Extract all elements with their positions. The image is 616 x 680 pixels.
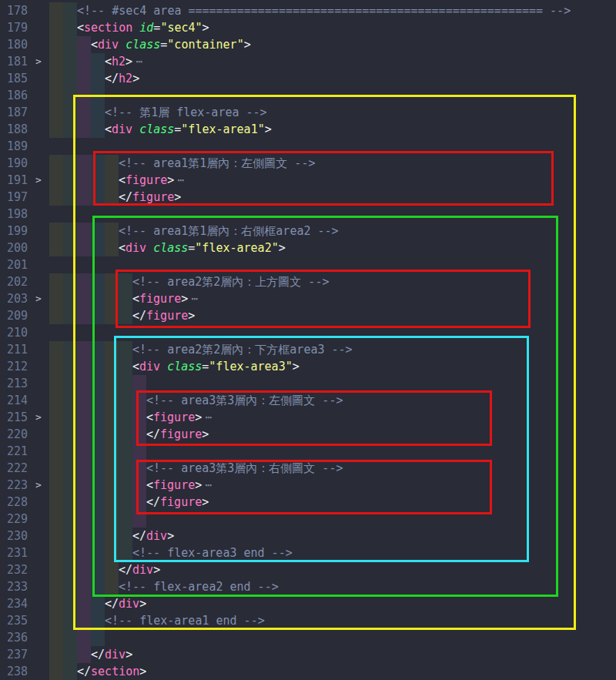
code-line[interactable]: 188<div class="flex-area1"> bbox=[0, 121, 616, 138]
code-content[interactable]: <div class="flex-area2"> bbox=[49, 240, 616, 256]
code-content[interactable]: </div> bbox=[49, 595, 616, 612]
code-content[interactable]: <h2>⋯ bbox=[49, 53, 616, 70]
code-token: > bbox=[202, 495, 209, 509]
code-content[interactable]: <!-- 第1層 flex-area --> bbox=[49, 104, 616, 121]
code-line[interactable]: 203><figure>⋯ bbox=[0, 290, 616, 307]
code-line[interactable]: 197</figure> bbox=[0, 189, 616, 206]
fold-toggle-icon[interactable]: > bbox=[28, 53, 49, 70]
code-content[interactable]: </figure> bbox=[49, 189, 616, 206]
code-content[interactable]: </figure> bbox=[49, 494, 616, 511]
code-content[interactable] bbox=[49, 324, 616, 341]
code-content[interactable] bbox=[49, 511, 616, 528]
folded-code-ellipsis[interactable]: ⋯ bbox=[205, 410, 213, 424]
code-line[interactable]: 191><figure>⋯ bbox=[0, 172, 616, 189]
code-line[interactable]: 223><figure>⋯ bbox=[0, 477, 616, 494]
code-content[interactable] bbox=[49, 206, 616, 223]
code-line[interactable]: 231<!-- flex-area3 end --> bbox=[0, 544, 616, 561]
code-content[interactable]: <section id="sec4"> bbox=[49, 19, 616, 36]
code-content[interactable]: <figure>⋯ bbox=[49, 172, 616, 189]
indent-guide bbox=[119, 443, 132, 460]
folded-code-ellipsis[interactable]: ⋯ bbox=[177, 173, 185, 187]
code-content[interactable]: <!-- flex-area3 end --> bbox=[49, 544, 616, 561]
code-content[interactable]: <!-- flex-area1 end --> bbox=[49, 612, 616, 629]
code-line[interactable]: 198 bbox=[0, 206, 616, 223]
code-line[interactable]: 234</div> bbox=[0, 595, 616, 612]
code-content[interactable] bbox=[49, 443, 616, 460]
code-line[interactable]: 212<div class="flex-area3"> bbox=[0, 358, 616, 375]
code-line[interactable]: 232</div> bbox=[0, 561, 616, 578]
code-content[interactable]: <!-- area3第3層內：右側圖文 --> bbox=[49, 460, 616, 477]
code-line[interactable]: 228</figure> bbox=[0, 494, 616, 511]
code-line[interactable]: 238</section> bbox=[0, 663, 616, 680]
indent-guide bbox=[105, 392, 119, 409]
code-line[interactable]: 187<!-- 第1層 flex-area --> bbox=[0, 104, 616, 121]
code-line[interactable]: 211<!-- area2第2層內：下方框area3 --> bbox=[0, 341, 616, 358]
code-line[interactable]: 235<!-- flex-area1 end --> bbox=[0, 612, 616, 629]
code-token: div bbox=[126, 241, 146, 255]
code-content[interactable] bbox=[49, 87, 616, 104]
code-content[interactable]: <figure>⋯ bbox=[49, 477, 616, 494]
code-line[interactable]: 185</h2> bbox=[0, 70, 616, 87]
code-line[interactable]: 233<!-- flex-area2 end --> bbox=[0, 578, 616, 595]
code-content[interactable]: </h2> bbox=[49, 70, 616, 87]
folded-code-ellipsis[interactable]: ⋯ bbox=[205, 478, 213, 492]
code-line[interactable]: 220</figure> bbox=[0, 426, 616, 443]
code-content[interactable] bbox=[49, 629, 616, 646]
code-line[interactable]: 199<!-- area1第1層內：右側框area2 --> bbox=[0, 223, 616, 240]
code-content[interactable]: <!-- area1第1層內：右側框area2 --> bbox=[49, 223, 616, 240]
code-content[interactable]: </figure> bbox=[49, 307, 616, 324]
code-line[interactable]: 237</div> bbox=[0, 646, 616, 663]
code-line[interactable]: 213 bbox=[0, 375, 616, 392]
code-token bbox=[132, 21, 139, 35]
code-content[interactable]: <!-- area2第2層內：下方框area3 --> bbox=[49, 341, 616, 358]
code-line[interactable]: 201 bbox=[0, 256, 616, 273]
code-content[interactable]: <!-- flex-area2 end --> bbox=[49, 578, 616, 595]
fold-toggle-icon[interactable]: > bbox=[28, 409, 49, 426]
code-line[interactable]: 180<div class="container"> bbox=[0, 36, 616, 53]
code-line[interactable]: 200<div class="flex-area2"> bbox=[0, 240, 616, 256]
code-line[interactable]: 210 bbox=[0, 324, 616, 341]
code-content[interactable]: <!-- area1第1層內：左側圖文 --> bbox=[49, 155, 616, 172]
code-line[interactable]: 214<!-- area3第3層內：左側圖文 --> bbox=[0, 392, 616, 409]
code-content[interactable]: </div> bbox=[49, 528, 616, 544]
code-line[interactable]: 189 bbox=[0, 138, 616, 155]
code-content[interactable]: <!-- #sec4 area ========================… bbox=[49, 2, 616, 19]
code-content[interactable]: <figure>⋯ bbox=[49, 290, 616, 307]
fold-toggle-icon[interactable]: > bbox=[28, 290, 49, 307]
code-content[interactable]: </section> bbox=[49, 663, 616, 680]
code-content[interactable]: </div> bbox=[49, 561, 616, 578]
code-line[interactable]: 178<!-- #sec4 area =====================… bbox=[0, 2, 616, 19]
code-line[interactable]: 190<!-- area1第1層內：左側圖文 --> bbox=[0, 155, 616, 172]
code-line[interactable]: 209</figure> bbox=[0, 307, 616, 324]
code-content[interactable]: </div> bbox=[49, 646, 616, 663]
code-line[interactable]: 236 bbox=[0, 629, 616, 646]
fold-toggle-icon[interactable]: > bbox=[28, 172, 49, 189]
fold-gutter-spacer bbox=[28, 629, 49, 646]
code-content[interactable] bbox=[49, 375, 616, 392]
code-line[interactable]: 222<!-- area3第3層內：右側圖文 --> bbox=[0, 460, 616, 477]
code-line[interactable]: 229 bbox=[0, 511, 616, 528]
code-content[interactable]: <div class="container"> bbox=[49, 36, 616, 53]
code-content[interactable]: </figure> bbox=[49, 426, 616, 443]
code-content[interactable]: <figure>⋯ bbox=[49, 409, 616, 426]
fold-toggle-icon[interactable]: > bbox=[28, 477, 49, 494]
code-line[interactable]: 230</div> bbox=[0, 528, 616, 544]
indent-guide bbox=[91, 578, 105, 595]
code-token: figure bbox=[139, 292, 181, 306]
code-line[interactable]: 186 bbox=[0, 87, 616, 104]
indent-guide bbox=[49, 409, 63, 426]
folded-code-ellipsis[interactable]: ⋯ bbox=[136, 55, 143, 69]
code-line[interactable]: 202<!-- area2第2層內：上方圖文 --> bbox=[0, 273, 616, 290]
code-content[interactable] bbox=[49, 138, 616, 155]
code-line[interactable]: 221 bbox=[0, 443, 616, 460]
code-line[interactable]: 181><h2>⋯ bbox=[0, 53, 616, 70]
code-line[interactable]: 215><figure>⋯ bbox=[0, 409, 616, 426]
code-content[interactable]: <!-- area3第3層內：左側圖文 --> bbox=[49, 392, 616, 409]
code-token: </ bbox=[146, 427, 160, 441]
code-content[interactable]: <div class="flex-area3"> bbox=[49, 358, 616, 375]
code-content[interactable]: <div class="flex-area1"> bbox=[49, 121, 616, 138]
code-line[interactable]: 179<section id="sec4"> bbox=[0, 19, 616, 36]
code-content[interactable] bbox=[49, 256, 616, 273]
code-content[interactable]: <!-- area2第2層內：上方圖文 --> bbox=[49, 273, 616, 290]
folded-code-ellipsis[interactable]: ⋯ bbox=[191, 292, 199, 306]
